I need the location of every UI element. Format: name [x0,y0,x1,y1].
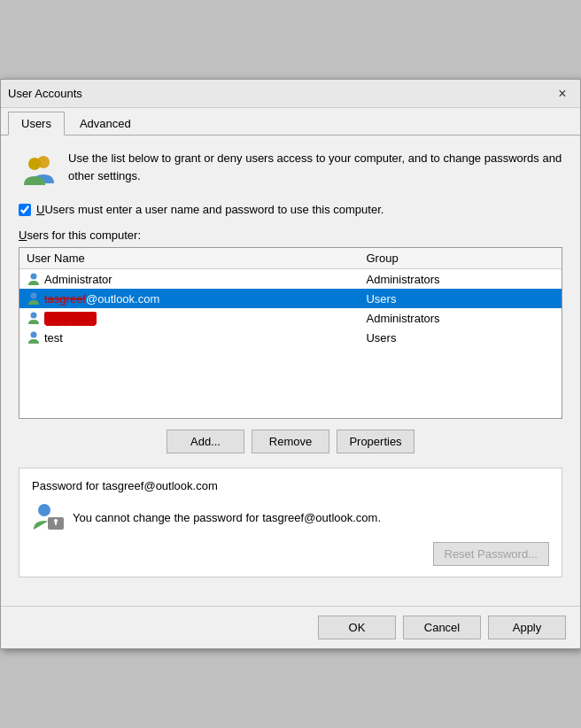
info-text: Use the list below to grant or deny user… [68,150,562,184]
table-row[interactable]: ██████Administrators [19,308,562,328]
table-row[interactable]: tasgreef@outlook.comUsers [19,289,562,308]
user-group-cell: Administrators [359,308,562,328]
reset-password-row: Reset Password... [32,542,549,566]
user-group-cell: Users [359,289,562,308]
ok-button[interactable]: OK [318,616,396,639]
svg-point-4 [31,313,37,319]
user-name-cell: tasgreef@outlook.com [19,289,359,308]
col-group: Group [359,248,562,269]
checkbox-row: UUsers must enter a user name and passwo… [19,203,562,216]
cancel-button[interactable]: Cancel [403,616,481,639]
reset-password-button[interactable]: Reset Password... [433,542,550,566]
password-title: Password for tasgreef@outlook.com [32,479,549,492]
password-message: You cannot change the password for tasgr… [73,511,381,524]
users-icon [19,150,58,189]
user-row-icon [27,330,41,345]
users-table: User Name Group AdministratorAdministrat… [19,248,562,347]
svg-point-5 [31,332,37,338]
user-row-icon [27,291,41,306]
title-bar: User Accounts × [1,80,580,108]
user-group-cell: Administrators [359,269,562,290]
users-table-container: User Name Group AdministratorAdministrat… [19,247,562,419]
user-row-icon [27,311,41,325]
user-name-cell: ██████ [19,308,359,328]
svg-point-6 [38,504,50,516]
tab-bar: Users Advanced [1,108,580,136]
properties-button[interactable]: Properties [337,430,414,453]
col-username: User Name [19,248,359,269]
tab-advanced[interactable]: Advanced [66,112,144,135]
svg-point-3 [31,293,37,299]
password-section: Password for tasgreef@outlook.com You ca… [19,468,562,577]
svg-point-2 [31,274,37,280]
table-row[interactable]: testUsers [19,328,562,347]
svg-rect-9 [55,522,57,525]
close-button[interactable]: × [552,83,573,105]
user-row-icon [27,272,41,286]
bottom-bar: OK Cancel Apply [1,606,580,648]
window-title: User Accounts [8,87,82,100]
table-spacer [19,347,562,418]
checkbox-label[interactable]: UUsers must enter a user name and passwo… [36,203,383,216]
tab-users[interactable]: Users [8,112,65,136]
password-info-row: You cannot change the password for tasgr… [32,501,549,533]
users-section-label: Users for this computer: [19,228,562,242]
apply-button[interactable]: Apply [488,616,566,639]
add-button[interactable]: Add... [167,430,244,453]
svg-point-1 [28,158,41,170]
users-must-enter-password-checkbox[interactable] [19,204,31,216]
action-buttons-row: Add... Remove Properties [19,430,562,453]
remove-button[interactable]: Remove [252,430,329,453]
user-group-cell: Users [359,328,562,347]
info-row: Use the list below to grant or deny user… [19,150,562,189]
password-icon [32,501,64,533]
main-content: Use the list below to grant or deny user… [1,136,580,606]
user-name-cell: Administrator [19,269,359,290]
user-accounts-window: User Accounts × Users Advanced Use the l… [0,79,581,649]
user-name-cell: test [19,328,359,347]
table-row[interactable]: AdministratorAdministrators [19,269,562,290]
